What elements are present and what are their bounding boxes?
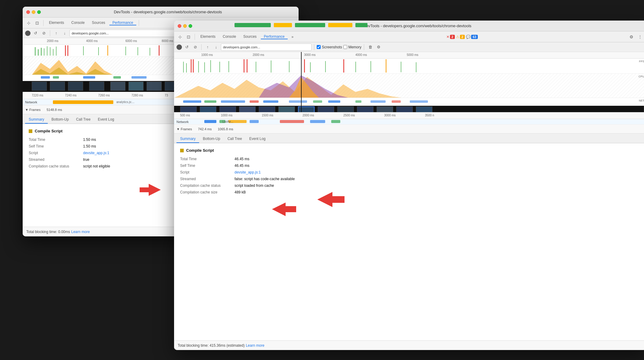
- svg-rect-70: [250, 120, 259, 123]
- layers-icon[interactable]: ⊡: [34, 19, 41, 27]
- front-memory-checkbox[interactable]: [343, 45, 347, 49]
- svg-rect-27: [183, 62, 184, 73]
- back-screenshot-7: [147, 82, 162, 91]
- svg-rect-43: [325, 61, 326, 72]
- front-tab-bottom-up[interactable]: Bottom-Up: [199, 135, 224, 143]
- front-cpu-track: CPU: [174, 74, 644, 98]
- svg-rect-48: [401, 62, 401, 72]
- front-record-button[interactable]: [176, 44, 182, 50]
- back-tick2-7240: 7240 ms: [65, 94, 76, 97]
- front-message-badge: 63: [471, 35, 478, 39]
- minimize-button-front[interactable]: [183, 24, 187, 28]
- fullscreen-button-front[interactable]: [189, 24, 192, 28]
- front-url-bar[interactable]: [221, 44, 312, 51]
- front-tick2-2500: 2500 ms: [343, 114, 355, 117]
- front-cursor-icon[interactable]: ⊹: [176, 33, 184, 41]
- svg-rect-62: [328, 100, 340, 103]
- front-layers-icon[interactable]: ⊡: [185, 33, 192, 41]
- back-reload-icon[interactable]: ↺: [32, 30, 39, 37]
- front-blocking-time: Total blocking time: 415.36ms (estimated…: [178, 343, 244, 348]
- front-ss-9: [357, 106, 374, 112]
- traffic-lights-front: [178, 24, 192, 28]
- front-screenshots-checkbox[interactable]: [317, 45, 321, 49]
- front-cpu-svg: [174, 74, 644, 98]
- back-download-icon[interactable]: ↓: [61, 30, 68, 37]
- back-learn-more-link[interactable]: Learn more: [71, 230, 90, 234]
- front-screenshots-checkbox-label[interactable]: Screenshots: [317, 45, 342, 49]
- svg-rect-11: [98, 47, 99, 55]
- toolbar-sep-2: [139, 20, 139, 26]
- back-tab-performance[interactable]: Performance: [109, 21, 136, 25]
- back-script-link[interactable]: devsite_app.js:1: [83, 151, 109, 155]
- front-cache-size-label: Compilation cache size: [180, 190, 235, 194]
- front-gear-icon[interactable]: ⚙: [375, 44, 382, 51]
- back-stop-icon[interactable]: ⊘: [40, 30, 47, 37]
- front-fps-label: FPS: [639, 60, 644, 63]
- svg-rect-37: [247, 59, 248, 73]
- front-warning-badge-group: ⚠ 2: [456, 35, 465, 39]
- front-upload-icon[interactable]: ↑: [204, 44, 211, 51]
- svg-rect-23: [83, 76, 95, 79]
- front-ruler2: 500 ms 1000 ms 1500 ms 2000 ms 2500 ms 3…: [174, 112, 644, 119]
- front-stop-icon[interactable]: ⊘: [192, 44, 199, 51]
- front-devtools-toolbar: ⊹ ⊡ Elements Console Sources Performance…: [174, 31, 644, 42]
- back-self-time-value: 1.50 ms: [83, 144, 96, 148]
- svg-rect-65: [392, 100, 401, 103]
- front-right-toolbar: ⚙ ⋮: [628, 33, 644, 41]
- front-reload-icon[interactable]: ↺: [183, 44, 190, 51]
- svg-rect-0: [35, 47, 36, 56]
- svg-rect-8: [65, 45, 66, 56]
- back-tab-summary[interactable]: Summary: [25, 116, 48, 124]
- front-ss-selected: [298, 106, 315, 112]
- front-learn-more-link[interactable]: Learn more: [246, 343, 264, 348]
- back-tab-sources[interactable]: Sources: [89, 21, 108, 25]
- back-tick-8000: 8000 ms: [162, 39, 173, 43]
- front-tab-console[interactable]: Console: [220, 34, 239, 39]
- back-blocking-time: Total blocking time: 0.00ms: [26, 230, 70, 234]
- front-frames-label: ▼ Frames: [176, 127, 192, 131]
- back-record-button[interactable]: [25, 31, 31, 36]
- front-tab-elements[interactable]: Elements: [197, 34, 218, 39]
- svg-rect-72: [310, 120, 325, 123]
- svg-rect-29: [191, 59, 192, 73]
- front-tab-sources[interactable]: Sources: [240, 34, 260, 39]
- front-frame-bar-2: [274, 23, 292, 27]
- back-tab-event-log[interactable]: Event Log: [94, 116, 118, 124]
- back-window-title: DevTools - developers.google.com/web/too…: [41, 10, 295, 14]
- front-panel-tabs: Summary Bottom-Up Call Tree Event Log: [174, 134, 644, 143]
- front-tab-event-log[interactable]: Event Log: [246, 135, 269, 143]
- front-more-tabs-icon[interactable]: »: [289, 33, 296, 41]
- close-button-front[interactable]: [178, 24, 181, 28]
- front-script-link[interactable]: devsite_app.js:1: [235, 170, 261, 174]
- front-tick-1000: 1000 ms: [201, 53, 213, 57]
- front-tab-performance[interactable]: Performance: [261, 34, 288, 39]
- front-error-badge: 2: [450, 35, 455, 39]
- cursor-icon[interactable]: ⊹: [25, 19, 32, 27]
- front-record-toolbar: ↺ ⊘ ↑ ↓ Screenshots Memory 🗑 ⚙: [174, 42, 644, 52]
- back-tab-console[interactable]: Console: [68, 21, 88, 25]
- back-analytics-label: analytics.js:...: [116, 100, 134, 104]
- svg-rect-66: [410, 100, 428, 103]
- back-tab-elements[interactable]: Elements: [46, 21, 67, 25]
- toolbar-sep-1: [43, 20, 44, 26]
- svg-rect-38: [256, 62, 256, 72]
- front-cache-size-row: Compilation cache size 489 kB: [180, 190, 640, 194]
- back-tab-call-tree[interactable]: Call Tree: [73, 116, 94, 124]
- minimize-button-back[interactable]: [32, 10, 35, 14]
- back-arrow-svg: [140, 184, 161, 196]
- fullscreen-button-back[interactable]: [37, 10, 41, 14]
- back-upload-icon[interactable]: ↑: [53, 30, 60, 37]
- front-more-icon[interactable]: ⋮: [636, 33, 644, 41]
- svg-rect-67: [204, 120, 216, 123]
- front-ss-10: [377, 106, 393, 112]
- back-tick-6000: 6000 ms: [125, 39, 137, 43]
- front-trash-icon[interactable]: 🗑: [367, 44, 374, 51]
- front-download-icon[interactable]: ↓: [212, 44, 220, 51]
- front-compile-script-swatch: [180, 149, 184, 152]
- close-button-back[interactable]: [26, 10, 30, 14]
- front-tab-summary[interactable]: Summary: [176, 135, 199, 143]
- back-tab-bottom-up[interactable]: Bottom-Up: [48, 116, 72, 124]
- front-memory-checkbox-label[interactable]: Memory: [343, 45, 361, 49]
- front-tab-call-tree[interactable]: Call Tree: [224, 135, 246, 143]
- front-settings-icon[interactable]: ⚙: [628, 33, 635, 41]
